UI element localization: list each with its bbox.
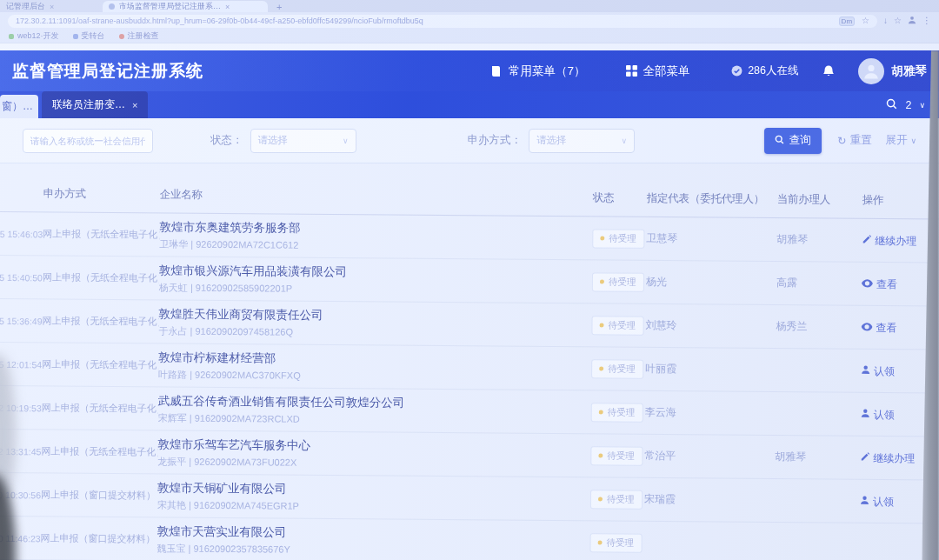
apply-method: 网上申报（无纸全程电子化） (43, 270, 159, 284)
status-dot-icon (599, 367, 603, 371)
chrome-divider (0, 43, 939, 50)
eye-icon (861, 322, 872, 334)
table-row: 12 10:19:53 网上申报（无纸全程电子化） 武威五谷传奇酒业销售有限责任… (0, 386, 937, 437)
tab-search-icon[interactable] (886, 98, 897, 112)
extensions-icon[interactable]: ↓ (883, 17, 888, 25)
company-name: 敦煌市柠标建材经营部 (158, 350, 591, 369)
star-icon[interactable]: ☆ (894, 17, 902, 25)
method-select[interactable]: 请选择 ∨ (529, 129, 635, 153)
bookmark-favicon-icon (9, 34, 14, 39)
username-label: 胡雅琴 (892, 63, 928, 79)
apply-time: 15 15:46:03 (0, 228, 43, 238)
bookmark-item[interactable]: web12·开发 (9, 30, 59, 42)
applicant-and-code: 龙振平 | 92620902MA73FU022X (157, 455, 590, 471)
apply-method: 网上申报（窗口提交材料） (41, 531, 157, 545)
current-handler (776, 414, 861, 415)
apply-method: 网上申报（无纸全程电子化） (43, 314, 159, 328)
work-tab-active[interactable]: 联络员注册变… × (42, 91, 148, 118)
bookmark-item[interactable]: 注册检查 (119, 30, 159, 42)
expand-button[interactable]: 展开 ∨ (885, 133, 916, 148)
browser-tab-1[interactable]: 记管理后台 × (0, 1, 103, 12)
tab-close-icon[interactable]: × (132, 100, 137, 110)
status-dot-icon (600, 323, 604, 328)
current-handler: 胡雅琴 (776, 232, 862, 248)
bookmark-star-icon[interactable]: ☆ (862, 17, 869, 25)
app-title: 监督管理局登记注册系统 (12, 60, 203, 83)
tab-close-icon[interactable]: × (225, 3, 230, 11)
pencil-icon (860, 452, 869, 464)
current-handler: 高露 (776, 276, 862, 291)
status-select[interactable]: 请选择 ∨ (250, 129, 356, 153)
reset-button[interactable]: ↻ 重置 (837, 133, 871, 148)
new-tab-button[interactable]: + (276, 2, 282, 12)
keyword-input[interactable] (23, 129, 153, 153)
claim-action-button[interactable]: 认领 (861, 364, 895, 379)
work-tab-label: 联络员注册变… (52, 97, 125, 112)
work-tab-clipped[interactable]: 窗）… × (0, 95, 38, 118)
grid-icon (626, 65, 637, 77)
designated-rep: 叶丽霞 (645, 362, 776, 377)
browser-tab-label: 市场监督管理局登记注册系… (119, 1, 221, 12)
browser-tabstrip: 记管理后台 × 市场监督管理局登记注册系… × + (0, 0, 939, 12)
status-badge: 待受理 (591, 359, 643, 378)
applicant-and-code: 宋辉军 | 91620902MA723RCLXD (158, 411, 591, 428)
col-method: 申办方式 (43, 186, 160, 202)
continue-action-button[interactable]: 继续办理 (862, 234, 916, 249)
address-bar[interactable]: 172.30.2.11:1091/oaf-strane-ausbuddx.htm… (8, 15, 877, 28)
screen-photo: 记管理后台 × 市场监督管理局登记注册系… × + 172.30.2.11:10… (0, 0, 939, 560)
work-tab-bar: 窗）… × 联络员注册变… × 2 ∨ (0, 91, 939, 118)
view-action-button[interactable]: 查看 (862, 277, 897, 292)
pencil-icon (862, 235, 871, 247)
profile-icon[interactable] (908, 16, 916, 26)
results-table: 申办方式 企业名称 状态 指定代表（委托代理人） 当前办理人 操作 15 15:… (0, 163, 939, 560)
browser-tab-2[interactable]: 市场监督管理局登记注册系… × (103, 1, 268, 12)
col-rep: 指定代表（委托代理人） (647, 191, 777, 207)
query-button-label: 查询 (789, 133, 810, 148)
person-icon (861, 409, 870, 421)
chevron-down-icon[interactable]: ∨ (919, 101, 925, 110)
table-row: 15 15:46:03 网上申报（无纸全程电子化） 敦煌市东奥建筑劳务服务部 卫… (0, 212, 939, 263)
company-name: 敦煌市天营实业有限公司 (157, 523, 590, 543)
apply-method: 网上申报（窗口提交材料） (41, 488, 157, 502)
menu-dots-icon[interactable]: ⋮ (922, 17, 931, 25)
claim-action-button[interactable]: 认领 (860, 495, 894, 510)
status-dot-icon (600, 237, 604, 241)
apply-method: 网上申报（无纸全程电子化） (43, 227, 159, 241)
bookmark-favicon-icon (73, 34, 78, 39)
eye-icon (862, 278, 873, 290)
view-action-button[interactable]: 查看 (861, 321, 896, 336)
refresh-icon: ↻ (837, 134, 846, 147)
company-name: 敦煌市乐驾车艺汽车服务中心 (157, 437, 590, 456)
claim-action-button[interactable]: 认领 (861, 408, 895, 423)
chevron-down-icon: ∨ (621, 137, 627, 145)
user-menu[interactable]: 胡雅琴 (858, 58, 928, 84)
tab-close-icon[interactable]: × (50, 3, 54, 11)
apply-time: 15 15:36:49 (0, 315, 43, 325)
person-icon (860, 496, 869, 508)
query-button[interactable]: 查询 (764, 128, 822, 154)
globe-favicon-icon (109, 3, 115, 10)
bookmark-item[interactable]: 受转台 (73, 30, 105, 42)
status-select-value: 请选择 (258, 134, 289, 147)
table-header-row: 申办方式 企业名称 状态 指定代表（委托代理人） 当前办理人 操作 (0, 163, 939, 219)
table-row: 10 10:30:56 网上申报（窗口提交材料） 敦煌市天铜矿业有限公司 宋其艳… (0, 473, 936, 523)
current-handler (775, 544, 860, 545)
chevron-down-icon: ∨ (910, 137, 916, 145)
continue-action-button[interactable]: 继续办理 (860, 451, 915, 466)
status-dot-icon (598, 454, 603, 458)
company-name: 敦煌市银兴源汽车用品装潢有限公司 (159, 263, 592, 282)
common-menu-button[interactable]: 常用菜单（7） (490, 63, 586, 79)
method-select-value: 请选择 (536, 134, 567, 147)
col-status: 状态 (593, 190, 647, 205)
status-dot-icon (599, 410, 603, 415)
applicant-and-code: 宋其艳 | 91620902MA745EGR1P (157, 498, 590, 515)
method-label: 申办方式： (468, 133, 523, 148)
app-header: 监督管理局登记注册系统 常用菜单（7） 全部菜单 286人在线 (0, 50, 939, 91)
apply-method: 网上申报（无纸全程电子化） (42, 357, 158, 371)
dm-extension-badge[interactable]: Dm (839, 17, 855, 26)
designated-rep (644, 543, 775, 543)
all-menu-button[interactable]: 全部菜单 (626, 63, 690, 79)
bell-icon[interactable] (822, 64, 836, 78)
apply-method: 网上申报（无纸全程电子化） (41, 444, 157, 458)
applicant-and-code: 魏玉宝 | 91620902357835676Y (156, 542, 589, 558)
